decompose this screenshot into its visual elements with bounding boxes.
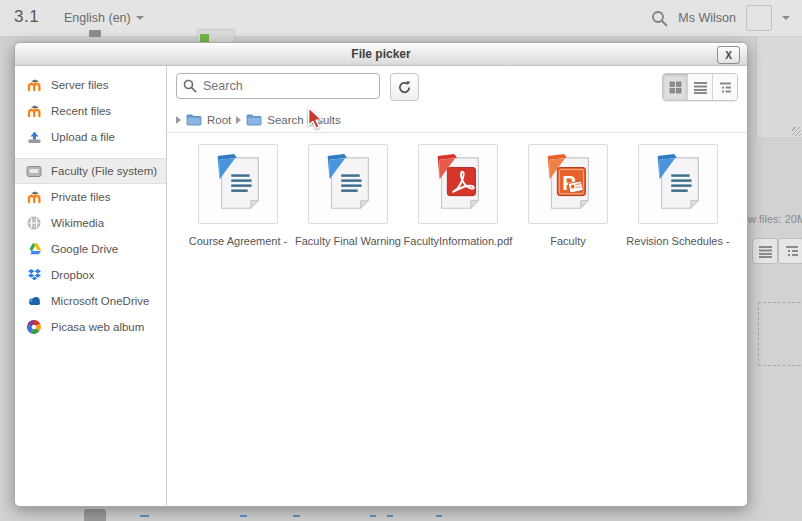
- sidebar-item-upload-a-file[interactable]: Upload a file: [15, 124, 166, 150]
- file-name: Course Agreement -: [189, 235, 287, 247]
- sidebar-item-recent-files[interactable]: Recent files: [15, 98, 166, 124]
- sidebar-item-label: Microsoft OneDrive: [51, 295, 149, 307]
- dialog-header[interactable]: File picker X: [15, 43, 747, 66]
- sidebar-item-label: Google Drive: [51, 243, 118, 255]
- file-tile[interactable]: Course Agreement -: [183, 144, 293, 247]
- sidebar-item-label: Recent files: [51, 105, 111, 117]
- sidebar-item-dropbox[interactable]: Dropbox: [15, 262, 166, 288]
- caret-down-icon: [136, 16, 144, 20]
- sidebar-item-label: Wikimedia: [51, 217, 104, 229]
- breadcrumb: Root Search results: [167, 107, 747, 133]
- mouse-cursor-icon: [303, 106, 325, 135]
- sidebar-item-label: Upload a file: [51, 131, 115, 143]
- sidebar-item-label: Private files: [51, 191, 110, 203]
- background-tree-view-button: [778, 238, 802, 264]
- sidebar-item-google-drive[interactable]: Google Drive: [15, 236, 166, 262]
- sidebar-item-label: Dropbox: [51, 269, 94, 281]
- dialog-title: File picker: [351, 47, 410, 61]
- wikimedia-icon: [26, 216, 42, 230]
- refresh-button[interactable]: [390, 73, 419, 101]
- file-tile[interactable]: Faculty Final Warning: [293, 144, 403, 247]
- site-version: 3.1: [14, 7, 39, 27]
- search-icon[interactable]: [651, 10, 668, 27]
- document-icon: [198, 144, 278, 224]
- background-fragment: [240, 515, 247, 517]
- moodle-icon: [26, 190, 42, 204]
- tree-view-button[interactable]: [712, 74, 737, 100]
- list-view-button[interactable]: [687, 74, 712, 100]
- file-picker-main: Root Search results Course Agreement -: [167, 66, 747, 506]
- file-list: Course Agreement - Faculty Final Warning…: [167, 133, 747, 247]
- toolbar: [167, 66, 747, 107]
- file-tile[interactable]: Revision Schedules -: [623, 144, 733, 247]
- filesystem-icon: [26, 164, 42, 178]
- user-name: Ms Wilson: [678, 11, 736, 25]
- sidebar-item-server-files[interactable]: Server files: [15, 72, 166, 98]
- search-icon: [183, 79, 197, 97]
- caret-right-icon: [236, 116, 241, 124]
- sidebar-item-picasa-web-album[interactable]: Picasa web album: [15, 314, 166, 340]
- file-name: FacultyInformation.pdf: [404, 235, 513, 247]
- file-name: Faculty Final Warning: [295, 235, 401, 247]
- breadcrumb-item-root[interactable]: Root: [207, 114, 231, 126]
- user-menu-caret-icon[interactable]: [782, 16, 790, 20]
- background-fragment: [200, 34, 209, 42]
- powerpoint-icon: P: [528, 144, 608, 224]
- search-input[interactable]: [176, 73, 380, 99]
- background-fragment: [89, 30, 101, 37]
- background-fragment: [84, 509, 106, 521]
- view-toggle-group: [662, 73, 738, 101]
- sidebar-item-label: Server files: [51, 79, 109, 91]
- google-drive-icon: [26, 242, 42, 256]
- background-fragment: [387, 515, 393, 517]
- repository-sidebar: Server files Recent files Upload a file …: [15, 66, 167, 506]
- sidebar-item-faculty-file-system[interactable]: Faculty (File system): [15, 158, 166, 184]
- resize-handle-icon: [792, 127, 801, 136]
- file-name: Revision Schedules -: [626, 235, 729, 247]
- moodle-icon: [26, 104, 42, 118]
- sidebar-item-label: Faculty (File system): [51, 165, 157, 177]
- close-button[interactable]: X: [717, 46, 740, 64]
- onedrive-icon: [26, 294, 42, 308]
- sidebar-item-label: Picasa web album: [51, 321, 144, 333]
- sidebar-item-private-files[interactable]: Private files: [15, 184, 166, 210]
- background-fragment: [436, 515, 442, 517]
- file-name: Faculty: [550, 235, 585, 247]
- file-picker-dialog: File picker X Server files Recent files: [14, 42, 748, 507]
- background-fragment: [140, 515, 149, 517]
- folder-icon: [186, 113, 202, 126]
- top-bar: 3.1 English (en) Ms Wilson: [0, 0, 802, 37]
- background-upload-hint: w files: 20MB: [748, 213, 802, 225]
- caret-right-icon[interactable]: [176, 116, 181, 124]
- background-dropzone-fragment: [758, 302, 802, 366]
- dropbox-icon: [26, 268, 42, 282]
- language-label: English (en): [64, 11, 131, 25]
- avatar[interactable]: [746, 5, 772, 31]
- background-fragment: [293, 515, 300, 517]
- upload-icon: [26, 130, 42, 144]
- file-tile[interactable]: FacultyInformation.pdf: [403, 144, 513, 247]
- picasa-icon: [26, 320, 42, 334]
- sidebar-item-wikimedia[interactable]: Wikimedia: [15, 210, 166, 236]
- document-icon: [638, 144, 718, 224]
- folder-icon: [246, 113, 262, 126]
- document-icon: [308, 144, 388, 224]
- background-list-view-button: [752, 238, 778, 264]
- pdf-icon: [418, 144, 498, 224]
- language-selector[interactable]: English (en): [64, 11, 144, 25]
- icons-view-button[interactable]: [663, 74, 687, 100]
- background-textarea-fragment: [756, 37, 802, 137]
- file-tile[interactable]: P Faculty: [513, 144, 623, 247]
- moodle-icon: [26, 78, 42, 92]
- sidebar-item-microsoft-onedrive[interactable]: Microsoft OneDrive: [15, 288, 166, 314]
- background-fragment: [370, 515, 376, 517]
